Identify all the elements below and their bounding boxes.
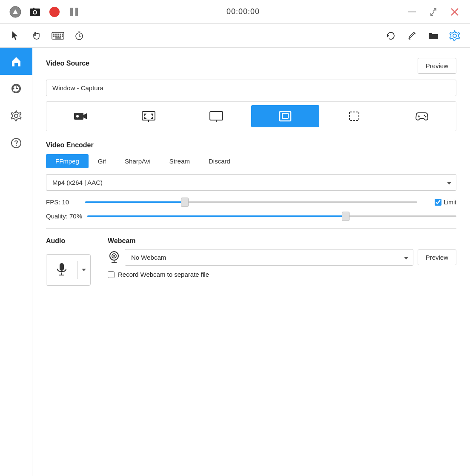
bottom-section: Audio Web: [46, 237, 456, 286]
source-fullscreen-button[interactable]: [115, 105, 183, 127]
fps-slider-right: Limit: [422, 199, 456, 206]
fps-slider-track[interactable]: [85, 201, 417, 203]
timer-tool-button[interactable]: [72, 29, 86, 43]
sidebar-item-settings[interactable]: [0, 102, 32, 129]
section-divider: [46, 228, 456, 229]
pen-button[interactable]: [405, 29, 419, 43]
tray-icon: [9, 6, 21, 18]
tab-sharpavi[interactable]: SharpAvi: [115, 154, 160, 168]
svg-point-40: [15, 145, 16, 146]
format-select-wrap: Mp4 (x264 | AAC): [46, 174, 456, 191]
record-webcam-label: Record Webcam to separate file: [118, 271, 209, 278]
audio-button-row: [46, 254, 91, 286]
home-icon: [10, 55, 22, 67]
settings-icon: [449, 30, 460, 41]
svg-point-60: [425, 116, 427, 118]
source-screen-button[interactable]: [182, 105, 250, 127]
svg-marker-13: [12, 32, 17, 40]
sidebar-item-help[interactable]: [0, 129, 32, 157]
svg-marker-47: [144, 114, 146, 116]
fps-slider-thumb[interactable]: [181, 198, 189, 207]
pause-icon: [69, 6, 79, 18]
webcam-dropdown-wrap: No Webcam: [125, 249, 413, 266]
webcam-title: Webcam: [108, 237, 136, 244]
svg-point-66: [113, 255, 115, 257]
screenshot-button[interactable]: [28, 5, 42, 19]
toolbar-right: [384, 29, 461, 43]
refresh-icon: [386, 31, 396, 41]
cursor-icon: [10, 31, 20, 41]
webcam-preview-button[interactable]: Preview: [418, 249, 456, 265]
source-icon-row: [46, 101, 456, 131]
screen-icon: [209, 111, 224, 122]
audio-mic-button[interactable]: [46, 255, 77, 285]
svg-rect-16: [55, 34, 57, 35]
title-bar: 00:00:00 —: [0, 0, 470, 24]
hand-icon: [32, 31, 42, 41]
svg-rect-51: [210, 112, 223, 120]
tab-ffmpeg[interactable]: FFmpeg: [46, 154, 89, 168]
folder-button[interactable]: [427, 29, 440, 43]
hand-tool-button[interactable]: [30, 29, 43, 43]
webcam-icon-container: [108, 250, 120, 264]
svg-marker-49: [144, 117, 146, 119]
sidebar-item-history[interactable]: [0, 75, 32, 102]
video-encoder-title: Video Encoder: [46, 141, 94, 149]
keyboard-icon: [52, 32, 64, 40]
quality-slider-fill: [87, 215, 346, 217]
pause-button[interactable]: [67, 5, 81, 19]
sidebar-item-home[interactable]: [0, 48, 32, 75]
svg-line-10: [433, 9, 436, 11]
video-source-dropdown[interactable]: Window - Captura: [46, 80, 456, 96]
video-source-header: Video Source Preview: [46, 58, 456, 74]
video-source-selected: Window - Captura: [52, 84, 450, 92]
minimize-to-tray-button[interactable]: [9, 5, 22, 19]
keyboard-tool-button[interactable]: [51, 29, 65, 43]
tab-stream[interactable]: Stream: [160, 154, 199, 168]
toolbar: [0, 24, 470, 48]
audio-section: Audio: [46, 237, 91, 286]
fullscreen-monitor-icon: [141, 111, 156, 122]
title-bar-left: [9, 5, 81, 19]
record-button[interactable]: [48, 5, 61, 19]
webcam-select[interactable]: No Webcam: [125, 249, 413, 266]
microphone-icon: [56, 262, 68, 278]
refresh-button[interactable]: [384, 29, 398, 43]
toolbar-left: [9, 29, 86, 43]
encoder-tabs: FFmpeg Gif SharpAvi Stream Discard: [46, 154, 456, 168]
fps-slider-fill: [85, 201, 185, 203]
content-area: Video Source Preview Window - Captura: [32, 48, 470, 476]
record-webcam-checkbox[interactable]: [108, 271, 115, 278]
svg-point-33: [453, 34, 456, 37]
svg-rect-56: [350, 112, 359, 120]
fps-limit-checkbox[interactable]: [435, 199, 441, 206]
window-maximize-button[interactable]: [427, 5, 440, 19]
maximize-icon: [429, 7, 438, 17]
tab-gif[interactable]: Gif: [89, 154, 115, 168]
svg-rect-15: [53, 34, 54, 35]
timer-icon: [74, 31, 84, 41]
audio-dropdown-button[interactable]: [77, 261, 90, 279]
settings-button[interactable]: [448, 29, 461, 43]
webcam-section: Webcam N: [108, 237, 456, 278]
audio-chevron-icon: [82, 269, 86, 271]
window-close-button[interactable]: [448, 5, 461, 19]
cursor-tool-button[interactable]: [9, 29, 22, 43]
fps-label: FPS: 10: [46, 198, 80, 206]
quality-slider-track[interactable]: [87, 215, 456, 217]
format-dropdown[interactable]: Mp4 (x264 | AAC): [46, 174, 456, 191]
fps-limit-label[interactable]: Limit: [435, 199, 456, 206]
svg-marker-42: [83, 113, 87, 119]
region-icon: [348, 111, 361, 122]
svg-point-6: [49, 7, 60, 17]
source-window-button[interactable]: [251, 105, 319, 127]
window-minimize-button[interactable]: —: [405, 5, 419, 19]
svg-rect-25: [55, 37, 61, 39]
source-region-button[interactable]: [320, 105, 388, 127]
svg-rect-19: [62, 34, 63, 35]
video-source-preview-button[interactable]: Preview: [418, 58, 456, 74]
source-gamepad-button[interactable]: [388, 105, 456, 127]
quality-slider-thumb[interactable]: [342, 212, 350, 221]
tab-discard[interactable]: Discard: [199, 154, 240, 168]
source-camera-button[interactable]: [46, 105, 115, 127]
